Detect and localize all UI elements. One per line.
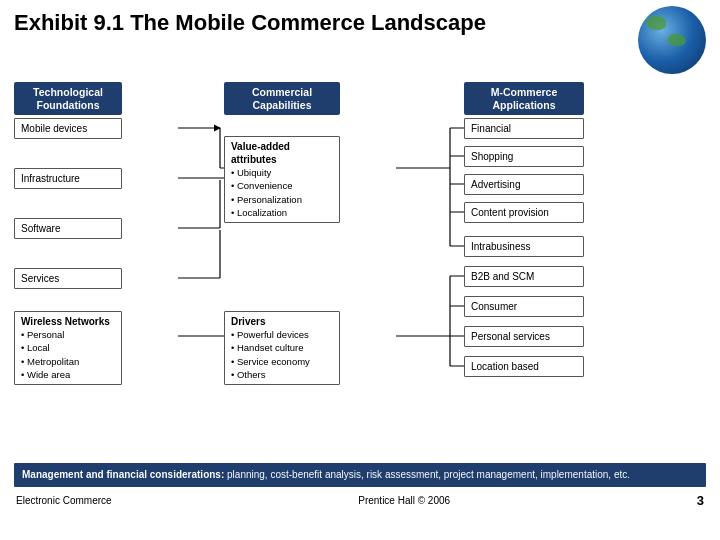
bottom-bar: Electronic Commerce Prentice Hall © 2006… [14, 493, 706, 508]
advertising-box: Advertising [464, 174, 584, 195]
infrastructure-box: Infrastructure [14, 168, 122, 189]
intrabusiness-box: Intrabusiness [464, 236, 584, 257]
bottom-center: Prentice Hall © 2006 [358, 495, 450, 506]
b2b-box: B2B and SCM [464, 266, 584, 287]
mcomm-header: M-Commerce Applications [464, 82, 584, 115]
footer-box: Management and financial considerations:… [14, 463, 706, 487]
content-box: Content provision [464, 202, 584, 223]
slide: Exhibit 9.1 The Mobile Commerce Landscap… [0, 0, 720, 540]
location-box: Location based [464, 356, 584, 377]
page-number: 3 [697, 493, 704, 508]
financial-box: Financial [464, 118, 584, 139]
footer-bold: Management and financial considerations: [22, 469, 224, 480]
bottom-left: Electronic Commerce [16, 495, 112, 506]
drivers-box: Drivers • Powerful devices• Handset cult… [224, 311, 340, 385]
software-box: Software [14, 218, 122, 239]
globe-icon [638, 6, 706, 74]
tech-header: Technological Foundations [14, 82, 122, 115]
consumer-box: Consumer [464, 296, 584, 317]
value-added-box: Value-added attributes • Ubiquity• Conve… [224, 136, 340, 223]
main-diagram: Mobile devices Infrastructure Software S… [14, 118, 706, 458]
slide-title: Exhibit 9.1 The Mobile Commerce Landscap… [14, 10, 486, 36]
title-area: Exhibit 9.1 The Mobile Commerce Landscap… [14, 10, 706, 74]
shopping-box: Shopping [464, 146, 584, 167]
services-box: Services [14, 268, 122, 289]
wireless-box: Wireless Networks • Personal• Local• Met… [14, 311, 122, 385]
footer-normal: planning, cost-benefit analysis, risk as… [224, 469, 630, 480]
mobile-devices-box: Mobile devices [14, 118, 122, 139]
header-row: Technological Foundations Commercial Cap… [14, 82, 706, 114]
comm-header: Commercial Capabilities [224, 82, 340, 115]
personal-box: Personal services [464, 326, 584, 347]
